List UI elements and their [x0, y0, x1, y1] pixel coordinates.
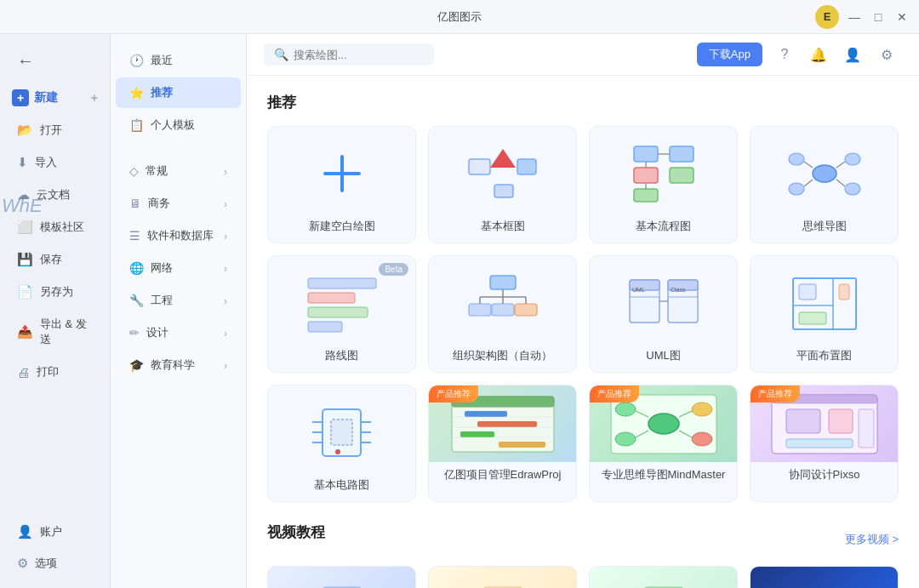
edrawproj-label: 亿图项目管理EdrawProj: [437, 462, 568, 488]
business-icon: 🖥: [129, 197, 141, 210]
sidebar-item-account[interactable]: 👤 账户: [5, 517, 105, 547]
svg-point-59: [335, 449, 340, 454]
template-card-org-chart[interactable]: 组织架构图（自动）: [428, 255, 577, 373]
mid-item-common[interactable]: ◇ 常规 ›: [116, 156, 241, 186]
saveas-icon: 📄: [17, 284, 33, 300]
mindmap-label: 思维导图: [802, 219, 847, 234]
user-icon: 👤: [844, 47, 861, 63]
video-card-1[interactable]: [267, 566, 416, 588]
mid-item-education[interactable]: 🎓 教育科学 ›: [116, 350, 241, 380]
svg-rect-9: [670, 146, 694, 162]
svg-rect-85: [859, 409, 874, 448]
mid-item-personal[interactable]: 📋 个人模板: [116, 110, 241, 140]
video-card-4[interactable]: 马上收录导航: [750, 566, 899, 588]
mindmap-preview: [759, 135, 889, 212]
route-preview: [277, 265, 407, 341]
template-card-mindmaster[interactable]: 产品推荐: [589, 385, 738, 502]
template-card-circuit[interactable]: 基本电路图: [267, 385, 416, 502]
mid-item-business[interactable]: 🖥 商务 ›: [116, 188, 241, 219]
template-card-route[interactable]: Beta 路线图: [267, 255, 416, 373]
svg-rect-82: [786, 409, 820, 433]
template-card-floor-plan[interactable]: 平面布置图: [750, 255, 899, 373]
sidebar-item-open[interactable]: 📂 打开: [5, 115, 105, 146]
template-card-pixso[interactable]: 产品推荐 协同: [750, 385, 899, 502]
svg-rect-83: [829, 409, 853, 433]
video-section-header: 视频教程 更多视频 >: [267, 522, 899, 556]
search-input[interactable]: [294, 49, 424, 61]
video-card-3[interactable]: [589, 566, 738, 588]
svg-point-18: [845, 183, 860, 195]
export-icon: 📤: [17, 324, 33, 340]
new-blank-preview: [277, 135, 407, 212]
mid-sidebar: 🕐 最近 ⭐ 推荐 📋 个人模板 ◇ 常规 › �: [111, 34, 247, 588]
more-videos-link[interactable]: 更多视频 >: [845, 532, 899, 547]
new-plus-icon[interactable]: +: [91, 91, 98, 105]
svg-rect-23: [308, 278, 376, 288]
video-card-2[interactable]: [428, 566, 577, 588]
sidebar-item-save[interactable]: 💾 保存: [5, 244, 105, 275]
minimize-button[interactable]: —: [846, 9, 863, 26]
user-button[interactable]: 👤: [841, 43, 865, 66]
sidebar-item-print[interactable]: 🖨 打印: [5, 357, 105, 387]
close-button[interactable]: ✕: [893, 9, 910, 26]
svg-rect-30: [515, 304, 537, 316]
svg-point-71: [648, 414, 679, 434]
maximize-button[interactable]: □: [870, 9, 887, 26]
window-controls: E — □ ✕: [815, 5, 910, 29]
notification-button[interactable]: 🔔: [807, 43, 831, 66]
sidebar-item-export[interactable]: 📤 导出 & 发送: [5, 309, 105, 355]
basic-flow-preview: [598, 135, 728, 212]
engineering-icon: 🔧: [129, 294, 144, 307]
design-arrow: ›: [224, 327, 227, 340]
common-arrow: ›: [224, 165, 227, 178]
svg-rect-65: [499, 442, 545, 448]
template-card-uml[interactable]: UML Class UML图: [589, 255, 738, 373]
download-app-button[interactable]: 下载App: [697, 43, 762, 66]
basic-flow-label: 基本流程图: [636, 219, 691, 234]
svg-rect-2: [469, 159, 490, 174]
svg-line-21: [836, 162, 845, 168]
svg-rect-52: [331, 420, 352, 445]
sidebar-new-label: 新建: [34, 90, 58, 106]
sidebar-item-options[interactable]: ⚙ 选项: [5, 548, 105, 579]
template-card-edrawproj[interactable]: 产品推荐: [428, 385, 577, 502]
svg-rect-6: [634, 146, 658, 162]
sidebar-item-import[interactable]: ⬇ 导入: [5, 147, 105, 178]
new-blank-label: 新建空白绘图: [309, 219, 375, 234]
sidebar-item-new[interactable]: + 新建 +: [0, 82, 110, 114]
floor-plan-icon: [786, 271, 863, 335]
help-button[interactable]: ?: [773, 43, 796, 66]
template-card-basic-frame[interactable]: 基本框图: [428, 126, 577, 243]
user-avatar[interactable]: E: [815, 5, 839, 29]
sidebar-item-saveas[interactable]: 📄 另存为: [5, 277, 105, 307]
mid-item-engineering[interactable]: 🔧 工程 ›: [116, 285, 241, 316]
mid-item-network[interactable]: 🌐 网络 ›: [116, 253, 241, 283]
settings-button[interactable]: ⚙: [875, 43, 899, 66]
mid-item-recent[interactable]: 🕐 最近: [116, 45, 241, 76]
basic-flow-icon: [625, 142, 702, 206]
back-button[interactable]: ←: [5, 43, 105, 78]
circuit-preview: [277, 394, 407, 471]
template-card-mindmap[interactable]: 思维导图: [750, 126, 899, 243]
search-box[interactable]: 🔍: [264, 43, 434, 66]
mid-item-recommend[interactable]: ⭐ 推荐: [116, 77, 241, 108]
mid-item-design[interactable]: ✏ 设计 ›: [116, 317, 241, 348]
svg-line-20: [804, 180, 813, 186]
back-icon: ←: [17, 51, 34, 71]
main-content: 🔍 下载App ? 🔔 👤 ⚙ 推荐: [247, 34, 919, 588]
org-chart-preview: [437, 265, 568, 341]
edrawproj-badge: 产品推荐: [429, 385, 478, 402]
account-icon: 👤: [17, 524, 33, 539]
template-card-basic-flow[interactable]: 基本流程图: [589, 126, 738, 243]
education-icon: 🎓: [129, 358, 144, 372]
svg-point-16: [789, 183, 804, 195]
route-icon: [304, 271, 380, 335]
basic-frame-icon: [465, 142, 541, 206]
app-title: 亿图图示: [437, 9, 482, 25]
svg-line-22: [836, 180, 845, 186]
mid-item-software[interactable]: ☰ 软件和数据库 ›: [116, 220, 241, 251]
template-card-new-blank[interactable]: 新建空白绘图: [267, 126, 416, 243]
design-icon: ✏: [129, 326, 140, 340]
svg-rect-48: [799, 284, 816, 300]
org-chart-label: 组织架构图（自动）: [453, 348, 552, 363]
